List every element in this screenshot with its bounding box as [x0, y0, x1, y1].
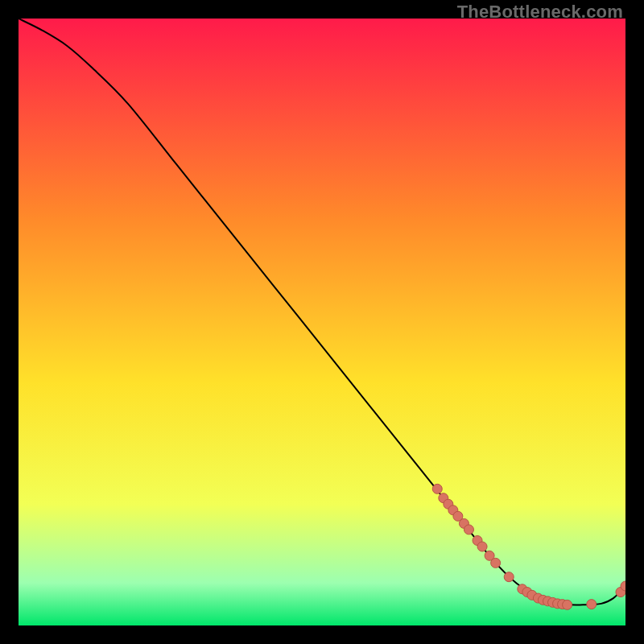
- gradient-background: [19, 19, 625, 625]
- data-marker: [477, 542, 487, 551]
- data-marker: [432, 484, 442, 493]
- data-marker: [464, 525, 473, 535]
- watermark-text: TheBottleneck.com: [457, 2, 623, 23]
- data-marker: [491, 558, 501, 568]
- chart-frame: [19, 19, 625, 625]
- bottleneck-chart: [19, 19, 625, 625]
- data-marker: [563, 600, 572, 609]
- data-marker: [504, 572, 514, 582]
- data-marker: [587, 600, 597, 609]
